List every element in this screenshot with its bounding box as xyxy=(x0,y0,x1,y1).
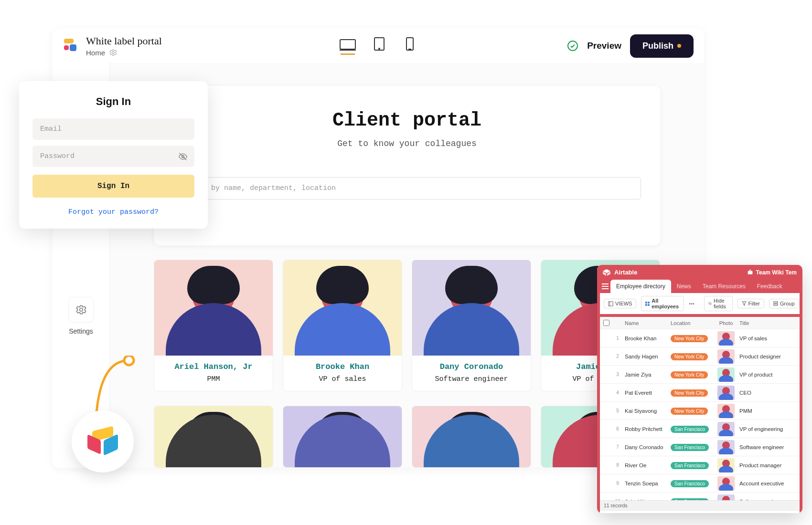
svg-point-4 xyxy=(379,48,380,49)
gear-icon xyxy=(75,304,87,316)
photo-thumb[interactable] xyxy=(717,331,735,346)
photo-thumb[interactable] xyxy=(717,368,735,382)
cell-name[interactable]: Kai Siyavong xyxy=(623,408,671,414)
cell-title[interactable]: CEO xyxy=(737,390,800,396)
svg-point-0 xyxy=(112,52,115,54)
row-index: 7 xyxy=(612,444,623,450)
table-row[interactable]: 5Kai SiyavongNew York CityPMM xyxy=(600,402,800,420)
preview-link[interactable]: Preview xyxy=(587,41,621,51)
person-card[interactable]: Ariel Hanson, JrPMM xyxy=(154,260,273,391)
airtable-toolbar: VIEWS All employees ••• Hide fields Filt… xyxy=(597,293,802,317)
gear-icon[interactable] xyxy=(109,48,118,57)
email-field[interactable] xyxy=(32,118,194,140)
table-row[interactable]: 8River OeSan FranciscoProduct manager xyxy=(600,456,800,474)
photo-thumb[interactable] xyxy=(717,458,735,472)
svg-rect-19 xyxy=(609,301,613,305)
table-row[interactable]: 6Robby PritchettSan FranciscoVP of engin… xyxy=(600,420,800,438)
search-input[interactable] xyxy=(173,177,641,200)
person-illustration xyxy=(283,406,402,467)
person-card[interactable] xyxy=(283,406,402,468)
device-mobile-button[interactable] xyxy=(403,37,417,55)
publish-button[interactable]: Publish xyxy=(630,34,694,58)
cell-name[interactable]: Jamie Ziya xyxy=(623,372,671,378)
person-card[interactable] xyxy=(154,406,273,468)
breadcrumb[interactable]: Home xyxy=(86,49,105,57)
eye-off-icon xyxy=(708,301,712,306)
settings-label: Settings xyxy=(69,327,93,335)
photo-thumb[interactable] xyxy=(717,349,735,364)
column-header-title[interactable]: Title xyxy=(737,320,800,326)
cell-title[interactable]: Account executive xyxy=(737,481,800,486)
table-row[interactable]: 9Tenzin SoepaSan FranciscoAccount execut… xyxy=(600,474,800,493)
cell-name[interactable]: Tenzin Soepa xyxy=(623,481,671,486)
person-card[interactable]: Dany CoronadoSoftware engineer xyxy=(412,260,531,391)
table-row[interactable]: 3Jamie ZiyaNew York CityVP of product xyxy=(600,366,800,384)
cell-title[interactable]: PMM xyxy=(737,408,800,414)
column-header-location[interactable]: Location xyxy=(671,320,715,326)
password-field[interactable] xyxy=(32,146,194,167)
row-index: 4 xyxy=(612,390,623,395)
device-tablet-button[interactable] xyxy=(372,37,386,55)
select-all-checkbox[interactable] xyxy=(603,320,609,326)
view-selector[interactable]: All employees xyxy=(641,296,684,311)
eye-off-icon[interactable] xyxy=(178,152,188,161)
portal-subtitle: Get to know your colleagues xyxy=(173,139,641,148)
cell-name[interactable]: Dany Coronado xyxy=(623,444,671,450)
person-card[interactable]: Brooke KhanVP of sales xyxy=(283,260,402,391)
photo-thumb[interactable] xyxy=(717,404,735,418)
table-row[interactable]: 7Dany CoronadoSan FranciscoSoftware engi… xyxy=(600,438,800,456)
cell-name[interactable]: Sandy Hagen xyxy=(623,354,671,359)
cell-name[interactable]: Brooke Khan xyxy=(623,336,671,341)
device-desktop-button[interactable] xyxy=(340,39,356,55)
cell-name[interactable]: Robby Pritchett xyxy=(623,426,671,432)
cell-title[interactable]: Software engineer xyxy=(737,444,800,450)
person-role: Software engineer xyxy=(435,375,508,383)
photo-thumb[interactable] xyxy=(717,476,735,491)
app-logo-icon xyxy=(63,38,79,54)
group-button[interactable]: Group xyxy=(769,299,799,308)
photo-thumb[interactable] xyxy=(717,386,735,400)
airtable-logo-icon xyxy=(87,429,118,454)
location-badge: New York City xyxy=(671,408,708,415)
svg-rect-27 xyxy=(774,304,778,305)
settings-button[interactable] xyxy=(68,297,94,323)
more-icon[interactable]: ••• xyxy=(689,301,694,306)
cell-title[interactable]: VP of engineering xyxy=(737,426,800,432)
filter-button[interactable]: Filter xyxy=(737,299,764,308)
table-row[interactable]: 4Pat EverettNew York CityCEO xyxy=(600,384,800,402)
airtable-tab[interactable]: Feedback xyxy=(751,280,788,293)
views-button[interactable]: VIEWS xyxy=(604,299,636,308)
cell-title[interactable]: Product manager xyxy=(737,462,800,468)
location-badge: New York City xyxy=(671,353,708,360)
svg-point-11 xyxy=(124,356,134,365)
photo-thumb[interactable] xyxy=(717,422,735,436)
airtable-tab[interactable]: Team Resources xyxy=(697,280,751,293)
airtable-workspace-name[interactable]: Team Wiki Tem xyxy=(747,269,797,276)
person-illustration xyxy=(154,406,273,467)
table-row[interactable]: 1Brooke KhanNew York CityVP of sales xyxy=(600,329,800,347)
airtable-grid: Name Location Photo Title 1Brooke KhanNe… xyxy=(597,317,802,513)
people-grid-row2 xyxy=(154,406,660,468)
signin-card: Sign In Sign In Forgot your password? xyxy=(19,81,208,229)
airtable-tab[interactable]: Employee directory xyxy=(610,280,671,293)
airtable-bubble[interactable] xyxy=(72,410,134,472)
cell-title[interactable]: VP of product xyxy=(737,372,800,378)
column-header-photo[interactable]: Photo xyxy=(715,320,737,326)
cell-title[interactable]: Product designer xyxy=(737,354,800,359)
person-illustration xyxy=(154,260,273,356)
hamburger-icon[interactable] xyxy=(600,280,610,293)
signin-button[interactable]: Sign In xyxy=(32,175,194,198)
airtable-tab[interactable]: News xyxy=(671,280,697,293)
table-row[interactable]: 2Sandy HagenNew York CityProduct designe… xyxy=(600,347,800,366)
person-name: Dany Coronado xyxy=(440,362,503,371)
person-card[interactable] xyxy=(412,406,531,468)
column-header-name[interactable]: Name xyxy=(623,320,671,326)
photo-thumb[interactable] xyxy=(717,440,735,454)
signin-title: Sign In xyxy=(32,95,194,108)
cell-name[interactable]: Pat Everett xyxy=(623,390,671,396)
cell-title[interactable]: VP of sales xyxy=(737,336,800,341)
forgot-password-link[interactable]: Forgot your password? xyxy=(32,208,194,216)
airtable-tabs: Employee directoryNewsTeam ResourcesFeed… xyxy=(597,280,802,293)
cell-name[interactable]: River Oe xyxy=(623,462,671,468)
hide-fields-button[interactable]: Hide fields xyxy=(704,296,733,311)
